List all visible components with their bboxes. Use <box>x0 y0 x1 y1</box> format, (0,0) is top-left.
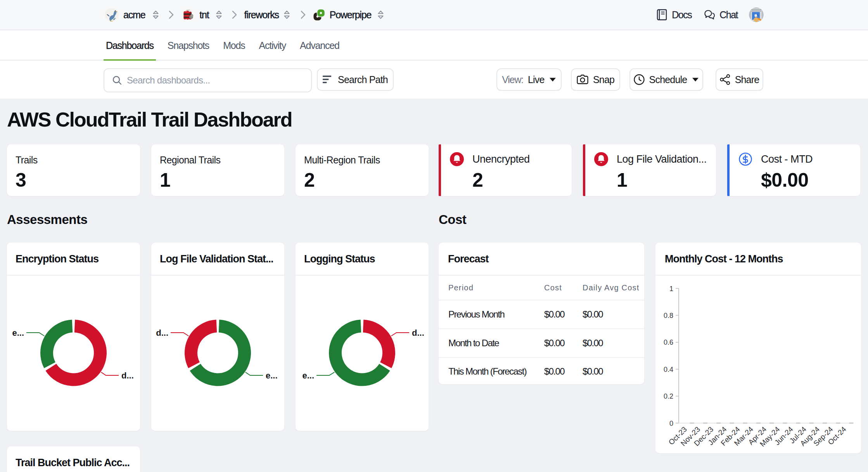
svg-text:d...: d... <box>412 328 424 338</box>
svg-text:0.8: 0.8 <box>664 312 673 319</box>
svg-text:0.6: 0.6 <box>664 338 673 346</box>
svg-text:0.4: 0.4 <box>664 366 673 373</box>
svg-text:e...: e... <box>302 371 314 380</box>
svg-text:0.2: 0.2 <box>664 392 673 400</box>
svg-text:e...: e... <box>266 371 278 380</box>
svg-text:d...: d... <box>156 328 168 338</box>
svg-text:e...: e... <box>12 328 24 338</box>
svg-text:1: 1 <box>669 285 673 293</box>
svg-text:d...: d... <box>121 371 134 380</box>
svg-text:0: 0 <box>669 420 673 427</box>
